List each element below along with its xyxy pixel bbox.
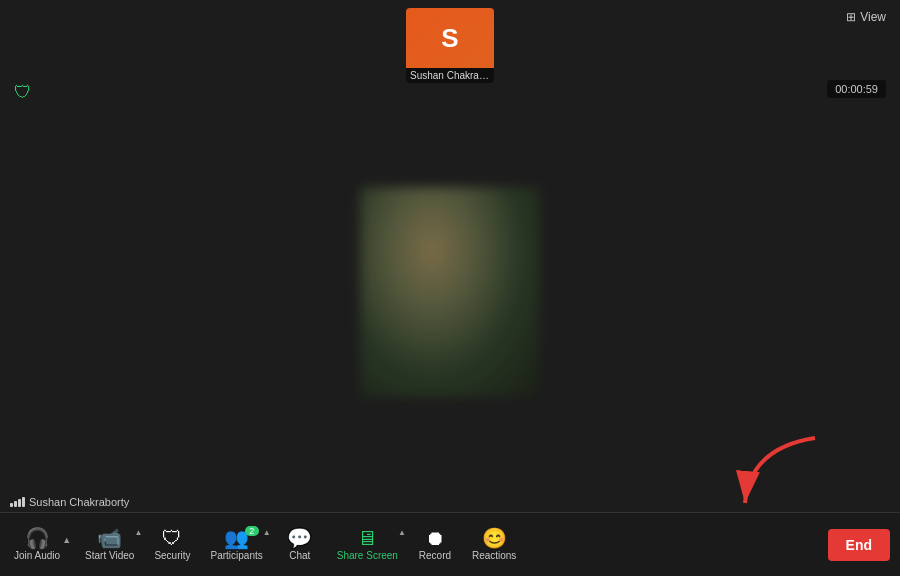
local-user-name: Sushan Chakraborty (29, 496, 129, 508)
participants-chevron-icon[interactable]: ▲ (263, 528, 271, 537)
join-audio-item[interactable]: 🎧 Join Audio ▲ (10, 524, 75, 565)
share-screen-chevron-icon[interactable]: ▲ (398, 528, 406, 537)
bar2 (14, 501, 17, 507)
join-audio-label: Join Audio (14, 550, 60, 561)
local-user-info: Sushan Chakraborty (10, 496, 129, 508)
share-screen-label: Share Screen (337, 550, 398, 561)
start-video-label: Start Video (85, 550, 134, 561)
record-icon: ⏺ (425, 528, 445, 548)
bar3 (18, 499, 21, 507)
main-video-feed (360, 187, 540, 397)
chat-icon: 💬 (287, 528, 312, 548)
end-button[interactable]: End (828, 529, 890, 561)
audio-chevron-icon[interactable]: ▲ (62, 535, 71, 545)
view-label: View (860, 10, 886, 24)
toolbar: 🎧 Join Audio ▲ 📹 Start Video ▲ 🛡 Securit… (0, 512, 900, 576)
arrow-annotation (730, 428, 830, 518)
chat-button[interactable]: 💬 Chat (273, 524, 327, 565)
participant-initial: S (441, 23, 458, 54)
reactions-button[interactable]: 😊 Reactions (462, 524, 526, 565)
participants-badge: 2 (245, 526, 259, 536)
participant-thumbnail[interactable]: S Sushan Chakrab... (406, 8, 494, 83)
participants-label: Participants (211, 550, 263, 561)
record-label: Record (419, 550, 451, 561)
reactions-icon: 😊 (482, 528, 507, 548)
participants-button[interactable]: 👥 2 Participants ▲ (201, 524, 273, 565)
security-icon: 🛡 (162, 528, 182, 548)
join-audio-button[interactable]: 🎧 Join Audio (14, 528, 60, 561)
share-screen-icon: 🖥 (357, 528, 377, 548)
reactions-label: Reactions (472, 550, 516, 561)
grid-icon: ⊞ (846, 10, 856, 24)
video-icon: 📹 (97, 528, 122, 548)
view-button[interactable]: ⊞ View (846, 10, 886, 24)
bar1 (10, 503, 13, 507)
security-label: Security (154, 550, 190, 561)
record-button[interactable]: ⏺ Record (408, 524, 462, 565)
participant-avatar: S (406, 8, 494, 68)
microphone-icon: 🎧 (25, 528, 50, 548)
start-video-button[interactable]: 📹 Start Video ▲ (75, 524, 144, 565)
signal-bars (10, 497, 25, 507)
video-chevron-icon[interactable]: ▲ (134, 528, 142, 537)
security-button[interactable]: 🛡 Security (144, 524, 200, 565)
chat-label: Chat (289, 550, 310, 561)
meeting-timer: 00:00:59 (827, 80, 886, 98)
security-indicator: 🛡 (14, 82, 32, 103)
bar4 (22, 497, 25, 507)
share-screen-button[interactable]: 🖥 Share Screen ▲ (327, 524, 408, 565)
participant-name: Sushan Chakrab... (406, 68, 494, 83)
main-video-area: ⊞ View S Sushan Chakrab... 🛡 00:00:59 Su… (0, 0, 900, 576)
